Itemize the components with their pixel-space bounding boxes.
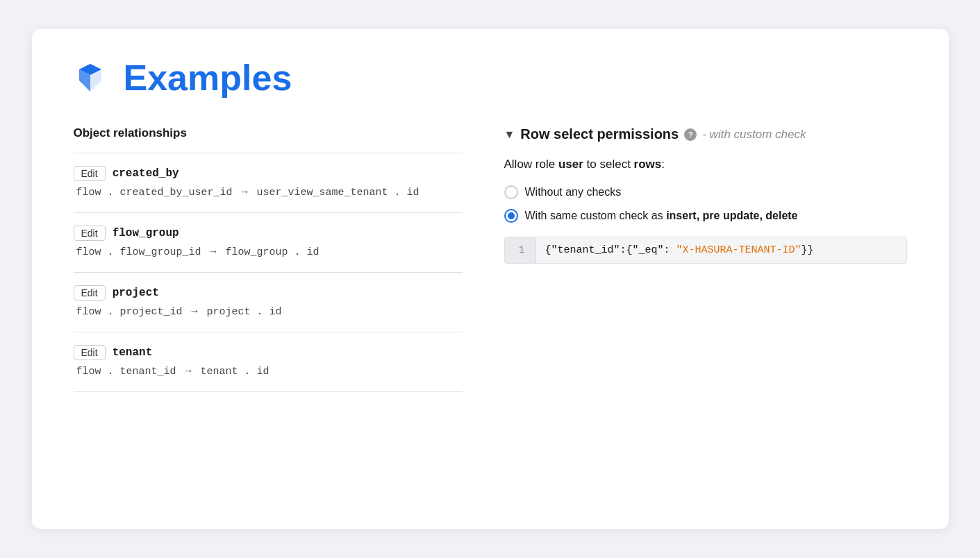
edit-button-created_by[interactable]: Edit	[74, 166, 106, 181]
allow-middle: to select	[583, 158, 634, 171]
relationship-header-created_by: Edit created_by	[74, 166, 463, 181]
divider-project	[74, 332, 463, 332]
relationship-item-created_by: Edit created_by flow . created_by_user_i…	[74, 166, 463, 198]
relationship-path-created_by: flow . created_by_user_id → user_view_sa…	[74, 187, 463, 198]
content-area: Object relationships Edit created_by flo…	[74, 126, 907, 405]
header: Examples	[74, 57, 907, 99]
section-title: Object relationships	[74, 126, 463, 140]
radio-circle-without-checks	[504, 185, 518, 199]
code-key-part1: {"tenant_id":{"_eq":	[545, 244, 676, 256]
allow-role: user	[558, 158, 583, 171]
with-custom-check-text: - with custom check	[702, 128, 806, 142]
right-panel: ▼ Row select permissions ? - with custom…	[504, 126, 907, 264]
radio-without-checks[interactable]: Without any checks	[504, 185, 907, 199]
arrow-icon-flow_group: →	[210, 246, 217, 258]
code-content: {"tenant_id":{"_eq": "X-HASURA-TENANT-ID…	[535, 237, 824, 263]
relationship-name-flow_group: flow_group	[113, 227, 179, 239]
code-string-value: "X-HASURA-TENANT-ID"	[676, 244, 802, 256]
relationship-path-flow_group: flow . flow_group_id → flow_group . id	[74, 246, 463, 258]
relationships-list: Edit created_by flow . created_by_user_i…	[74, 166, 463, 392]
arrow-icon-tenant: →	[185, 366, 192, 378]
divider	[74, 153, 463, 153]
code-block: 1 {"tenant_id":{"_eq": "X-HASURA-TENANT-…	[504, 237, 907, 264]
code-key-part2: }}	[802, 244, 814, 256]
permissions-header: ▼ Row select permissions ? - with custom…	[504, 126, 907, 142]
chevron-down-icon: ▼	[504, 128, 515, 141]
divider-tenant	[74, 391, 463, 392]
radio-label-with-custom-check: With same custom check as insert, pre up…	[525, 210, 798, 222]
relationship-header-tenant: Edit tenant	[74, 345, 463, 360]
edit-button-tenant[interactable]: Edit	[74, 345, 106, 360]
permissions-title: Row select permissions	[520, 126, 679, 142]
radio-group: Without any checks With same custom chec…	[504, 185, 907, 223]
radio-circle-with-custom-check	[504, 209, 518, 223]
logo-icon	[74, 61, 107, 94]
radio-label-without-checks: Without any checks	[525, 186, 622, 198]
line-number: 1	[505, 237, 535, 263]
divider-flow_group	[74, 272, 463, 273]
allow-prefix: Allow role	[504, 158, 558, 171]
allow-rows: rows	[634, 158, 662, 171]
relationship-item-project: Edit project flow . project_id → project…	[74, 285, 463, 318]
relationship-header-flow_group: Edit flow_group	[74, 226, 463, 241]
relationship-item-tenant: Edit tenant flow . tenant_id → tenant . …	[74, 345, 463, 378]
relationship-name-tenant: tenant	[113, 346, 153, 359]
relationship-item-flow_group: Edit flow_group flow . flow_group_id → f…	[74, 226, 463, 258]
relationship-path-tenant: flow . tenant_id → tenant . id	[74, 366, 463, 378]
relationship-name-project: project	[113, 287, 159, 299]
divider-created_by	[74, 212, 463, 213]
help-icon[interactable]: ?	[684, 128, 697, 141]
relationship-name-created_by: created_by	[113, 167, 179, 180]
allow-text: Allow role user to select rows:	[504, 158, 907, 171]
edit-button-project[interactable]: Edit	[74, 285, 106, 301]
page-container: Examples Object relationships Edit creat…	[32, 29, 949, 529]
arrow-icon-created_by: →	[242, 187, 248, 198]
relationship-path-project: flow . project_id → project . id	[74, 306, 463, 318]
relationship-header-project: Edit project	[74, 285, 463, 301]
radio-with-custom-check[interactable]: With same custom check as insert, pre up…	[504, 209, 907, 223]
page-title: Examples	[124, 57, 292, 99]
left-panel: Object relationships Edit created_by flo…	[74, 126, 463, 405]
edit-button-flow_group[interactable]: Edit	[74, 226, 106, 241]
arrow-icon-project: →	[192, 306, 198, 318]
allow-suffix: :	[661, 158, 665, 171]
